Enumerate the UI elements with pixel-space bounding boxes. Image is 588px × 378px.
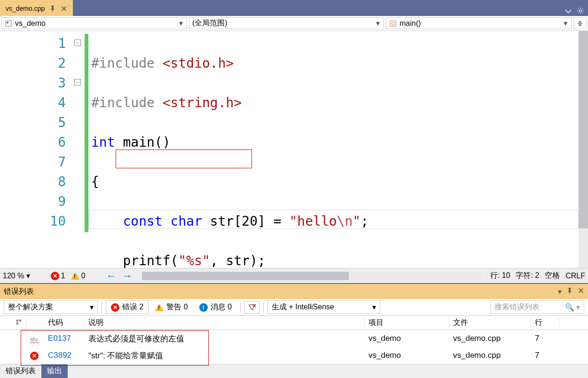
- document-tab-title: vs_demo.cpp: [6, 5, 45, 12]
- panel-menu-icon[interactable]: ▾: [558, 287, 562, 296]
- error-count[interactable]: ✕ 1: [51, 272, 65, 280]
- filter-warnings-button[interactable]: 警告 0: [150, 301, 192, 314]
- error-list-panel: 错误列表 ▾ 整个解决方案▾ ✕错误 2 警告 0 i消息 0 生成 + Int…: [0, 283, 588, 364]
- svg-point-0: [580, 10, 582, 12]
- annotation-box: [116, 150, 252, 168]
- current-line-highlight: [88, 210, 579, 228]
- col-code[interactable]: 代码: [44, 316, 85, 330]
- solution-scope-dropdown[interactable]: 整个解决方案▾: [4, 300, 98, 314]
- col-group-icon[interactable]: [0, 317, 26, 329]
- scope-project-label: vs_demo: [15, 19, 46, 28]
- svg-rect-3: [390, 21, 396, 26]
- editor-statusbar: 120 % ▾ ✕ 1 0 ← → 行: 10 字符: 2 空格 CRLF: [0, 268, 588, 283]
- gear-icon[interactable]: [577, 7, 584, 16]
- document-tab[interactable]: vs_demo.cpp: [0, 0, 73, 16]
- close-icon[interactable]: [578, 287, 584, 296]
- scope-function-label: main(): [400, 19, 421, 28]
- col-line[interactable]: 行: [531, 316, 559, 330]
- col-file[interactable]: 文件: [449, 316, 531, 330]
- code-editor[interactable]: 12345678910 − − #include <stdio.h> #incl…: [0, 31, 588, 268]
- tab-output[interactable]: 输出: [41, 364, 68, 378]
- error-list-toolbar: 整个解决方案▾ ✕错误 2 警告 0 i消息 0 生成 + IntelliSen…: [0, 299, 588, 316]
- pin-icon[interactable]: [566, 287, 573, 296]
- change-indicator: [85, 34, 88, 232]
- horizontal-scrollbar[interactable]: [142, 272, 481, 280]
- code-area[interactable]: #include <stdio.h> #include <string.h> i…: [88, 31, 579, 268]
- fold-toggle[interactable]: −: [74, 39, 81, 46]
- error-table-header[interactable]: 代码 说明 项目 文件 行: [0, 316, 588, 330]
- scope-namespace-label: (全局范围): [192, 18, 227, 28]
- navigation-bar: vs_demo ▾ (全局范围) ▾ main() ▾: [0, 16, 588, 31]
- scope-function-dropdown[interactable]: main() ▾: [386, 17, 572, 29]
- error-table: 代码 说明 项目 文件 行 abc E0137 表达式必须是可修改的左值 vs_…: [0, 316, 588, 364]
- scope-namespace-dropdown[interactable]: (全局范围) ▾: [189, 17, 384, 29]
- line-gutter: 12345678910: [0, 31, 71, 268]
- svg-rect-2: [7, 22, 8, 24]
- bottom-tabs: 错误列表 输出: [0, 364, 588, 378]
- filter-errors-button[interactable]: ✕错误 2: [106, 300, 149, 314]
- fold-margin: − −: [71, 31, 85, 268]
- warning-count[interactable]: 0: [71, 272, 86, 280]
- tab-error-list[interactable]: 错误列表: [0, 364, 41, 378]
- caret-col[interactable]: 字符: 2: [516, 271, 539, 281]
- document-tabbar: vs_demo.cpp: [0, 0, 588, 16]
- caret-line[interactable]: 行: 10: [490, 271, 510, 281]
- annotation-box: [21, 330, 209, 366]
- chevron-down-icon: ▾: [179, 19, 184, 28]
- eol-mode[interactable]: CRLF: [565, 272, 585, 280]
- col-project[interactable]: 项目: [365, 316, 449, 330]
- close-icon[interactable]: [61, 5, 67, 12]
- build-intellisense-dropdown[interactable]: 生成 + IntelliSense▾: [267, 300, 380, 314]
- search-icon: 🔍 ▾: [565, 303, 580, 312]
- filter-messages-button[interactable]: i消息 0: [195, 301, 236, 314]
- nav-back-icon[interactable]: ←: [106, 270, 117, 282]
- nav-forward-icon[interactable]: →: [122, 270, 133, 282]
- chevron-down-icon: ▾: [90, 303, 94, 312]
- panel-title: 错误列表: [4, 287, 34, 297]
- tab-overflow-icon[interactable]: [564, 7, 572, 16]
- chevron-down-icon: ▾: [564, 19, 568, 28]
- svg-point-4: [392, 22, 394, 25]
- scope-project-dropdown[interactable]: vs_demo ▾: [1, 17, 187, 29]
- svg-rect-7: [16, 322, 18, 324]
- zoom-level[interactable]: 120 % ▾: [3, 271, 30, 280]
- svg-rect-5: [16, 319, 18, 321]
- chevron-down-icon: ▾: [376, 19, 381, 28]
- indent-mode[interactable]: 空格: [545, 271, 560, 281]
- split-editor-button[interactable]: [573, 17, 587, 29]
- overview-ruler[interactable]: [579, 31, 588, 268]
- clear-filter-button[interactable]: [244, 301, 259, 314]
- fold-toggle[interactable]: −: [74, 79, 81, 86]
- error-search-input[interactable]: 搜索错误列表🔍 ▾: [490, 300, 584, 314]
- chevron-down-icon: ▾: [372, 303, 376, 312]
- panel-titlebar[interactable]: 错误列表 ▾: [0, 284, 588, 299]
- svg-rect-6: [19, 319, 21, 321]
- pin-icon[interactable]: [49, 5, 56, 12]
- col-desc[interactable]: 说明: [85, 316, 365, 330]
